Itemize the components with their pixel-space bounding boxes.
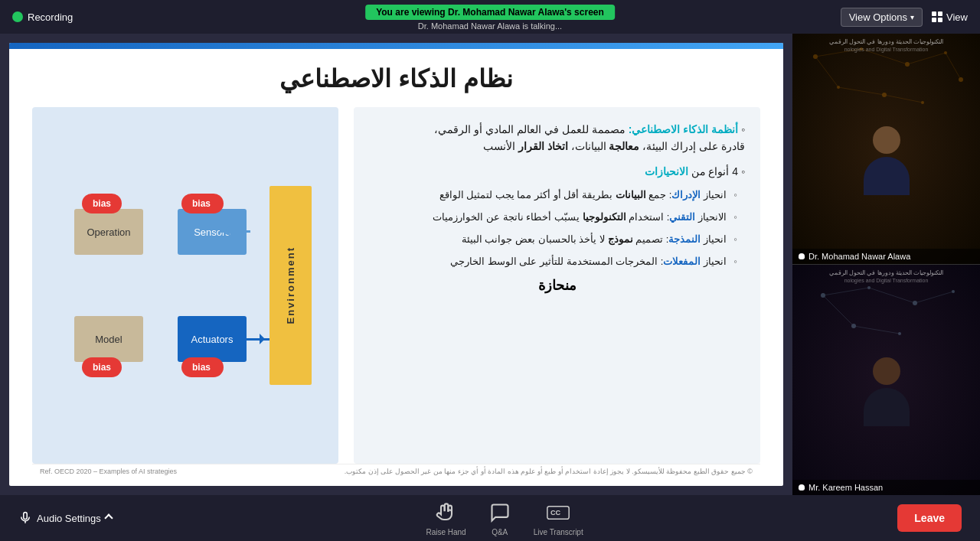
person1-slide-overlay: التكنولوجيات الحديثة ودورها في التحول ال…: [797, 38, 975, 54]
slide-area: نظام الذكاء الاصطناعي Operation Sensors: [0, 34, 792, 495]
person1-name-label: Dr. Mohamad Nawar Alawa: [792, 249, 980, 264]
record-dot: [12, 11, 23, 22]
mic-icon-1: [799, 253, 805, 259]
top-bar: Recording You are viewing Dr. Mohamad Na…: [0, 0, 980, 34]
audio-settings-icon: [18, 511, 32, 525]
highlight-biases: الانحيازات: [645, 165, 688, 178]
qa-icon: [488, 500, 512, 525]
main-area: نظام الذكاء الاصطناعي Operation Sensors: [0, 34, 980, 495]
highlight-ai-systems: أنظمة الذكاء الاصطناعي:: [629, 123, 738, 135]
main-bullet-2: ◦ 4 أنواع من الانحيازات: [369, 163, 745, 180]
footer-left: Ref. OECD 2020 – Examples of AI strategi…: [40, 468, 177, 475]
text-area: ◦ أنظمة الذكاء الاصطناعي: مصممة للعمل في…: [354, 107, 760, 464]
svg-rect-26: [24, 513, 28, 520]
recording-label: Recording: [28, 11, 73, 23]
highlight-processing: معالجة: [609, 140, 639, 152]
actuators-box: Actuators: [178, 316, 247, 362]
bias-bl: bias: [82, 357, 122, 377]
bias-tl: bias: [82, 194, 122, 213]
bias-pill-br: bias: [181, 357, 224, 377]
raise-hand-button[interactable]: Raise Hand: [426, 500, 466, 536]
svg-line-24: [854, 326, 900, 334]
slide-content: Operation Sensors Model: [32, 107, 760, 464]
svg-line-12: [838, 87, 884, 95]
live-transcript-label: Live Transcript: [534, 528, 583, 536]
recording-indicator: Recording: [12, 11, 73, 23]
main-bullet-1: ◦ أنظمة الذكاء الاصطناعي: مصممة للعمل في…: [369, 121, 745, 155]
slide-top-bar: [9, 43, 783, 49]
operation-label: Operation: [87, 227, 130, 238]
view-button[interactable]: View: [932, 11, 968, 23]
video-thumb-2: التكنولوجيات الحديثة ودورها في التحول ال…: [792, 265, 980, 495]
sub-bullet-1: انحياز الإدراك: جمع البيانات بطريقة أقل …: [369, 187, 737, 204]
qa-label: Q&A: [492, 528, 508, 536]
view-options-button[interactable]: View Options ▾: [841, 8, 923, 27]
actuator-arrow: [239, 338, 270, 341]
hl-data: البيانات: [616, 189, 646, 200]
hl-technology: التكنولوجيا: [583, 211, 626, 223]
slide-footer: Ref. OECD 2020 – Examples of AI strategi…: [32, 464, 760, 478]
video-panel: التكنولوجيات الحديثة ودورها في التحول ال…: [792, 34, 980, 495]
footer-right: © جميع حقوق الطبع محفوظة للأيسيسكو. لا ي…: [345, 468, 753, 475]
view-options-label: View Options: [849, 11, 907, 23]
model-label: Model: [95, 334, 122, 345]
person2-name-label: Mr. Kareem Hassan: [792, 480, 980, 495]
hl-technical: التقني: [669, 211, 695, 223]
bottom-bar: Audio Settings Raise Hand Q&A: [0, 495, 980, 541]
bias-pill-bl: bias: [82, 357, 122, 377]
bias-br: bias: [181, 357, 224, 377]
video-thumb-1: التكنولوجيات الحديثة ودورها في التحول ال…: [792, 34, 980, 264]
bias-pill-tr: bias: [181, 194, 224, 213]
slide-inner: نظام الذكاء الاصطناعي Operation Sensors: [9, 49, 783, 486]
operation-box: Operation: [74, 209, 143, 255]
svg-line-11: [946, 53, 961, 80]
highlight-decision: اتخاذ القرار: [518, 140, 568, 152]
svg-line-22: [869, 288, 915, 303]
diagram-wrapper: Operation Sensors Model: [59, 186, 312, 385]
conclusion-text: منحازة: [369, 277, 745, 294]
qa-button[interactable]: Q&A: [488, 500, 512, 536]
environment-label: Environment: [285, 246, 296, 324]
grid-view-icon: [932, 11, 942, 22]
hl-actuators: المفعلات: [663, 256, 701, 267]
talking-banner: Dr. Mohamad Nawar Alawa is talking...: [418, 21, 562, 31]
slide-title: نظام الذكاء الاصطناعي: [32, 64, 760, 93]
live-transcript-button[interactable]: CC Live Transcript: [534, 500, 583, 536]
actuators-label: Actuators: [191, 334, 234, 345]
cc-icon: CC: [546, 500, 570, 525]
person1-name: Dr. Mohamad Nawar Alawa: [808, 252, 910, 261]
svg-line-25: [823, 295, 854, 326]
sensor-arrow: [220, 230, 250, 233]
mic-icon-2: [799, 484, 805, 490]
svg-line-13: [884, 95, 923, 103]
chevron-up-icon: [104, 513, 113, 522]
svg-line-10: [907, 53, 946, 64]
svg-text:CC: CC: [550, 509, 561, 517]
sub-bullets: انحياز الإدراك: جمع البيانات بطريقة أقل …: [369, 187, 745, 269]
diagram-area: Operation Sensors Model: [32, 107, 338, 464]
hl-perception: الإدراك: [671, 189, 701, 200]
sub-bullet-4: انحياز المفعلات: المخرجات المستخدمة للتأ…: [369, 254, 737, 270]
raise-hand-label: Raise Hand: [426, 528, 466, 536]
svg-line-14: [815, 57, 838, 87]
hl-model: نموذج: [608, 233, 633, 245]
view-label: View: [946, 11, 968, 23]
person2-name: Mr. Kareem Hassan: [808, 483, 883, 492]
bias-pill-tl: bias: [82, 194, 122, 213]
leave-button[interactable]: Leave: [897, 504, 962, 532]
svg-line-23: [915, 292, 953, 303]
sub-bullet-3: انحياز النمذجة: تصميم نموذج لا يأخذ بالح…: [369, 232, 737, 248]
audio-settings[interactable]: Audio Settings: [18, 511, 112, 525]
sub-bullet-2: الانحياز التقني: استخدام التكنولوجيا يسب…: [369, 210, 737, 226]
environment-box: Environment: [270, 186, 312, 385]
raise-hand-icon: [434, 500, 459, 525]
svg-line-21: [823, 288, 869, 295]
chevron-down-icon: ▾: [910, 13, 914, 21]
video-inner-2: التكنولوجيات الحديثة ودورها في التحول ال…: [792, 265, 980, 495]
slide-frame: نظام الذكاء الاصطناعي Operation Sensors: [9, 43, 783, 486]
bottom-center-tools: Raise Hand Q&A CC Live Transcript: [426, 500, 583, 536]
center-banner: You are viewing Dr. Mohamad Nawar Alawa'…: [365, 5, 615, 31]
bias-tr: bias: [181, 194, 224, 213]
hl-modeling: النمذجة: [668, 233, 701, 245]
person2-slide-overlay: التكنولوجيات الحديثة ودورها في التحول ال…: [797, 269, 975, 285]
